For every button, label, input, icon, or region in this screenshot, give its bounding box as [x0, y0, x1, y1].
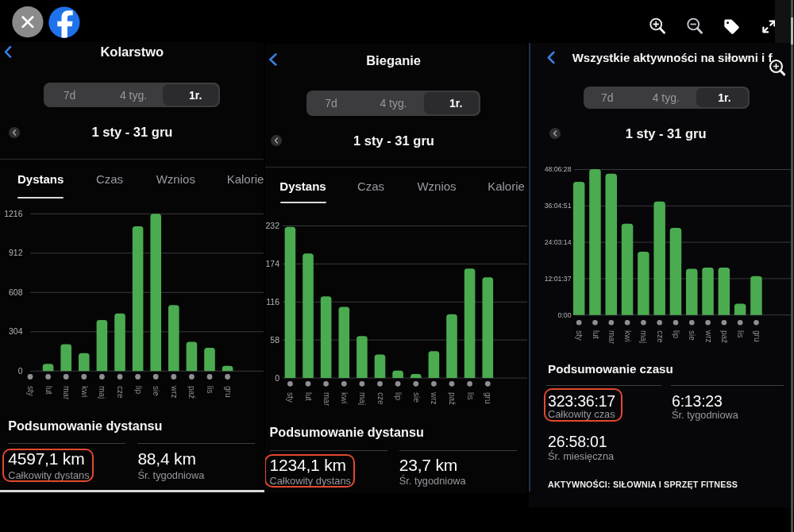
- svg-text:0: 0: [275, 373, 279, 383]
- svg-text:48:06:28: 48:06:28: [545, 165, 572, 173]
- svg-text:912: 912: [9, 248, 23, 257]
- svg-text:12:01:37: 12:01:37: [545, 275, 572, 283]
- svg-text:0:00: 0:00: [558, 311, 572, 319]
- svg-text:kwi: kwi: [80, 386, 89, 397]
- svg-text:36:04:51: 36:04:51: [545, 202, 572, 210]
- svg-text:608: 608: [9, 287, 23, 297]
- svg-text:sie: sie: [411, 392, 420, 403]
- svg-text:174: 174: [265, 259, 279, 268]
- svg-text:kwi: kwi: [340, 392, 349, 403]
- svg-text:gru: gru: [753, 330, 761, 341]
- svg-text:sie: sie: [688, 330, 696, 341]
- svg-text:cze: cze: [376, 392, 384, 405]
- svg-text:mar: mar: [607, 330, 616, 345]
- svg-text:wrz: wrz: [170, 385, 179, 399]
- svg-text:lis: lis: [736, 330, 745, 337]
- svg-text:lip: lip: [672, 330, 680, 338]
- svg-text:lip: lip: [134, 386, 143, 394]
- svg-text:1216: 1216: [4, 209, 23, 218]
- svg-text:232: 232: [265, 221, 279, 230]
- svg-text:lip: lip: [394, 392, 403, 400]
- svg-text:lut: lut: [44, 386, 53, 395]
- svg-text:maj: maj: [98, 386, 106, 399]
- svg-text:kwi: kwi: [623, 330, 632, 341]
- svg-text:lis: lis: [465, 392, 474, 399]
- svg-text:lut: lut: [592, 330, 600, 339]
- svg-text:sie: sie: [152, 386, 160, 396]
- svg-text:mar: mar: [322, 392, 330, 407]
- svg-text:lut: lut: [304, 392, 313, 401]
- svg-text:sty: sty: [26, 386, 35, 396]
- svg-text:cze: cze: [656, 330, 665, 343]
- svg-text:sty: sty: [575, 330, 584, 341]
- svg-text:304: 304: [9, 326, 23, 336]
- svg-text:cze: cze: [116, 386, 125, 399]
- svg-text:wrz: wrz: [430, 391, 438, 405]
- svg-text:24:03:14: 24:03:14: [545, 238, 572, 246]
- svg-text:58: 58: [270, 335, 279, 345]
- svg-text:paź: paź: [720, 330, 729, 343]
- svg-text:mar: mar: [62, 386, 71, 400]
- svg-text:maj: maj: [639, 330, 648, 343]
- svg-text:paź: paź: [187, 386, 196, 399]
- svg-text:0: 0: [18, 366, 23, 376]
- svg-text:wrz: wrz: [704, 330, 713, 343]
- svg-text:gru: gru: [484, 392, 492, 403]
- svg-text:maj: maj: [357, 392, 366, 405]
- svg-text:lis: lis: [206, 386, 214, 393]
- svg-text:sty: sty: [286, 392, 295, 403]
- svg-text:gru: gru: [224, 386, 233, 397]
- svg-text:116: 116: [266, 297, 279, 306]
- svg-text:paź: paź: [448, 392, 457, 405]
